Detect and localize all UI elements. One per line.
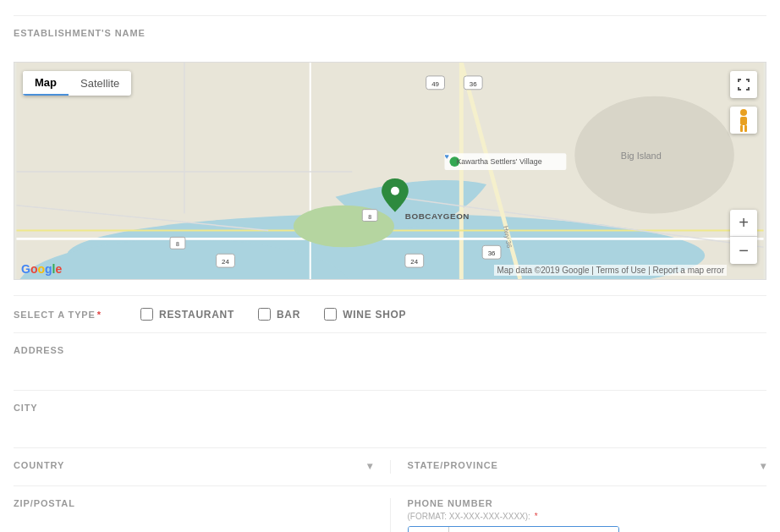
map-container: 49 36 36 Hwy 36 24 24 8 8 ♥ Kawartha Set… <box>14 62 766 280</box>
city-label: CITY <box>14 403 766 413</box>
address-input[interactable] <box>14 359 766 378</box>
zip-col: ZIP/POSTAL <box>14 498 391 532</box>
bar-checkbox-item[interactable]: BAR <box>258 308 300 321</box>
phone-number-input[interactable] <box>449 527 618 532</box>
city-section: CITY <box>14 390 766 447</box>
google-logo: Google <box>21 262 62 276</box>
fullscreen-icon <box>737 78 750 91</box>
zip-label: ZIP/POSTAL <box>14 498 373 508</box>
svg-text:49: 49 <box>431 80 439 88</box>
svg-text:24: 24 <box>222 258 229 266</box>
establishment-name-section: ESTABLISHMENT'S NAME <box>14 15 766 53</box>
restaurant-checkbox[interactable] <box>140 308 153 321</box>
wine-shop-label[interactable]: WINE SHOP <box>343 309 406 321</box>
svg-rect-40 <box>744 125 747 132</box>
svg-text:36: 36 <box>470 80 477 88</box>
checkbox-group: RESTAURANT BAR WINE SHOP <box>140 308 406 321</box>
type-select-label: SELECT A TYPE* <box>14 310 115 320</box>
satellite-tab[interactable]: Satellite <box>69 71 131 96</box>
state-label-text: STATE/PROVINCE <box>408 460 498 470</box>
page-container: ESTABLISHMENT'S NAME <box>0 0 780 532</box>
address-label: ADDRESS <box>14 345 766 355</box>
phone-format-text: (FORMAT: XX-XXX-XXX-XXXX): <box>408 512 530 521</box>
svg-rect-38 <box>740 117 747 125</box>
person-icon <box>737 108 750 132</box>
state-chevron: ▾ <box>761 460 766 472</box>
svg-point-37 <box>740 109 747 116</box>
map-zoom-out-button[interactable]: − <box>730 237 757 264</box>
phone-required-star: * <box>535 512 538 521</box>
svg-point-36 <box>391 187 399 195</box>
establishment-name-label: ESTABLISHMENT'S NAME <box>14 28 766 38</box>
map-attribution: Map data ©2019 Google | Terms of Use | R… <box>494 265 727 276</box>
phone-col: PHONE NUMBER (FORMAT: XX-XXX-XXX-XXXX): … <box>391 498 767 532</box>
bar-checkbox[interactable] <box>258 308 271 321</box>
svg-text:Kawartha Settlers' Village: Kawartha Settlers' Village <box>456 157 541 166</box>
restaurant-checkbox-item[interactable]: RESTAURANT <box>140 308 234 321</box>
wine-shop-checkbox-item[interactable]: WINE SHOP <box>324 308 406 321</box>
zip-phone-section: ZIP/POSTAL PHONE NUMBER (FORMAT: XX-XXX-… <box>14 485 766 532</box>
wine-shop-checkbox[interactable] <box>324 308 337 321</box>
map-fullscreen-button[interactable] <box>730 71 757 98</box>
svg-text:♥: ♥ <box>444 152 448 161</box>
country-chevron: ▾ <box>367 460 373 472</box>
phone-input-container[interactable]: ▾ <box>408 526 619 532</box>
map-street-view-button[interactable] <box>730 107 757 134</box>
map-view-toggle[interactable]: Map Satellite <box>23 71 131 96</box>
svg-text:36: 36 <box>488 250 496 257</box>
bar-label[interactable]: BAR <box>277 309 300 321</box>
type-required-star: * <box>97 310 102 320</box>
address-section: ADDRESS <box>14 332 766 390</box>
svg-point-12 <box>294 206 394 248</box>
svg-text:BOBCAYGEON: BOBCAYGEON <box>405 211 470 221</box>
phone-format: (FORMAT: XX-XXX-XXX-XXXX): * <box>408 512 767 521</box>
phone-flag-selector[interactable]: ▾ <box>409 527 449 532</box>
map-tab[interactable]: Map <box>23 71 69 96</box>
svg-rect-39 <box>740 125 743 132</box>
svg-text:24: 24 <box>410 258 418 266</box>
type-select-section: SELECT A TYPE* RESTAURANT BAR WINE SHOP <box>14 295 766 332</box>
type-row: SELECT A TYPE* RESTAURANT BAR WINE SHOP <box>14 308 766 321</box>
svg-text:8: 8 <box>368 214 371 220</box>
map-zoom-in-button[interactable]: + <box>730 210 757 237</box>
svg-text:8: 8 <box>176 241 179 247</box>
country-label-text: COUNTRY <box>14 460 64 470</box>
svg-text:Big Island: Big Island <box>621 151 662 161</box>
state-label: STATE/PROVINCE ▾ <box>408 460 767 470</box>
phone-label: PHONE NUMBER <box>408 498 767 508</box>
country-label: COUNTRY ▾ <box>14 460 373 470</box>
city-input[interactable] <box>14 416 766 436</box>
country-col: COUNTRY ▾ <box>14 460 391 474</box>
country-state-section: COUNTRY ▾ STATE/PROVINCE ▾ <box>14 447 766 485</box>
phone-row: ▾ <box>408 526 767 532</box>
restaurant-label[interactable]: RESTAURANT <box>159 309 234 321</box>
type-select-label-text: SELECT A TYPE <box>14 310 96 320</box>
state-col: STATE/PROVINCE ▾ <box>391 460 767 474</box>
